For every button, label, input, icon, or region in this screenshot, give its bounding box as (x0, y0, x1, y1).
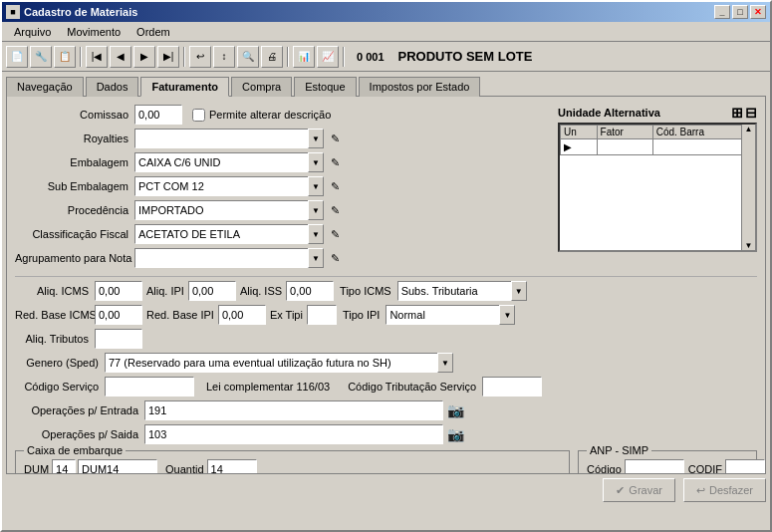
tipo-icms-input[interactable] (397, 281, 527, 301)
toolbar-last[interactable]: ▶| (157, 46, 179, 68)
dum-value-input[interactable] (52, 459, 76, 474)
menu-arquivo[interactable]: Arquivo (6, 24, 59, 40)
toolbar-copy[interactable]: 📋 (54, 46, 76, 68)
toolbar-new[interactable]: 📄 (6, 46, 28, 68)
toolbar-print[interactable]: 🖨 (261, 46, 283, 68)
tab-compra[interactable]: Compra (231, 77, 292, 97)
ex-tipi-label: Ex Tipi (270, 309, 303, 321)
aliq-ipi-input[interactable] (188, 281, 236, 301)
royalties-edit-icon[interactable]: ✎ (327, 131, 343, 146)
window-title: Cadastro de Materiais (24, 6, 137, 18)
sub-embalagem-dropdown-arrow[interactable]: ▼ (308, 176, 324, 196)
op-saida-input[interactable] (144, 424, 443, 444)
sub-embalagem-input[interactable] (134, 176, 324, 196)
cod-servico-input[interactable] (105, 377, 194, 397)
aliq-row3: Aliq. Tributos (15, 329, 757, 349)
class-fiscal-input[interactable] (134, 224, 324, 244)
red-base-ipi-label: Red. Base IPI (146, 309, 214, 321)
agrupamento-label: Agrupamento para Nota (15, 252, 134, 264)
sub-embalagem-edit-icon[interactable]: ✎ (327, 178, 343, 194)
aliq-tributos-label: Aliq. Tributos (15, 333, 95, 345)
genero-label: Genero (Sped) (15, 357, 105, 369)
royalties-input[interactable] (134, 129, 324, 148)
procedencia-input[interactable] (134, 200, 324, 220)
aliq-tributos-input[interactable] (95, 329, 142, 349)
toolbar-search[interactable]: 🔍 (237, 46, 259, 68)
royalties-dropdown-arrow[interactable]: ▼ (308, 129, 324, 148)
menu-ordem[interactable]: Ordem (129, 24, 178, 40)
agrupamento-input[interactable] (134, 248, 324, 268)
embalagem-dropdown-wrapper: ▼ (134, 152, 324, 172)
procedencia-edit-icon[interactable]: ✎ (327, 202, 343, 218)
tipo-ipi-input[interactable] (386, 305, 515, 325)
toolbar-sep2 (183, 47, 185, 67)
scroll-up[interactable]: ▲ (742, 125, 755, 133)
gravar-check-icon: ✔ (616, 484, 625, 497)
gravar-button[interactable]: ✔ Gravar (603, 478, 675, 502)
embalagem-input[interactable] (134, 152, 324, 172)
quantid-input[interactable] (207, 459, 257, 474)
aliq-ipi-label: Aliq. IPI (146, 285, 184, 297)
cod-trib-input[interactable] (482, 377, 542, 397)
toolbar-first[interactable]: |◀ (86, 46, 108, 68)
codigo-input[interactable] (625, 459, 684, 474)
toolbar-next[interactable]: ▶ (133, 46, 155, 68)
agrupamento-dropdown-arrow[interactable]: ▼ (308, 248, 324, 268)
footer: ✔ Gravar ↩ Desfazer (2, 474, 770, 506)
embalagem-edit-icon[interactable]: ✎ (327, 154, 343, 170)
procedencia-label: Procedência (15, 204, 134, 216)
scroll-down[interactable]: ▼ (742, 241, 755, 250)
toolbar-edit[interactable]: 🔧 (30, 46, 52, 68)
cod-servico-row: Código Serviço Lei complementar 116/03 C… (15, 377, 757, 397)
dum14-input[interactable] (78, 459, 157, 474)
unid-alt-add-icon[interactable]: ⊞ (731, 105, 743, 121)
op-entrada-input[interactable] (144, 400, 443, 420)
aliq-iss-input[interactable] (286, 281, 334, 301)
tab-dados[interactable]: Dados (86, 77, 139, 97)
toolbar-undo[interactable]: ↩ (189, 46, 211, 68)
embalagem-dropdown-arrow[interactable]: ▼ (308, 152, 324, 172)
ex-tipi-input[interactable] (307, 305, 337, 325)
aliq-icms-label: Aliq. ICMS (15, 285, 95, 297)
tab-impostos[interactable]: Impostos por Estado (359, 77, 481, 97)
op-entrada-icon[interactable]: 📷 (447, 402, 464, 418)
tab-navegacao[interactable]: Navegação (6, 77, 84, 97)
toolbar-prev[interactable]: ◀ (110, 46, 131, 68)
tab-estoque[interactable]: Estoque (294, 77, 356, 97)
unid-alt-label: Unidade Alternativa (558, 107, 660, 119)
aliq-icms-input[interactable] (95, 281, 142, 301)
menu-movimento[interactable]: Movimento (59, 24, 129, 40)
genero-arrow[interactable]: ▼ (437, 353, 453, 373)
toolbar-sep1 (80, 47, 82, 67)
desfazer-button[interactable]: ↩ Desfazer (683, 478, 766, 502)
tipo-icms-arrow[interactable]: ▼ (511, 281, 527, 301)
toolbar-sort[interactable]: ↕ (213, 46, 235, 68)
codif-input[interactable] (725, 459, 765, 474)
tipo-ipi-arrow[interactable]: ▼ (499, 305, 515, 325)
genero-input[interactable] (105, 353, 453, 373)
permite-alterar-checkbox[interactable] (192, 109, 205, 122)
close-button[interactable]: ✕ (750, 5, 766, 19)
codigo-label: Código (587, 463, 622, 474)
op-entrada-label: Operações p/ Entrada (15, 404, 144, 416)
unid-alt-remove-icon[interactable]: ⊟ (745, 105, 757, 121)
class-fiscal-dropdown-arrow[interactable]: ▼ (308, 224, 324, 244)
red-base-ipi-input[interactable] (218, 305, 266, 325)
op-saida-icon[interactable]: 📷 (447, 426, 464, 442)
agrupamento-edit-icon[interactable]: ✎ (327, 250, 343, 266)
minimize-button[interactable]: _ (714, 5, 730, 19)
unid-alt-scrollbar[interactable]: ▲ ▼ (741, 125, 755, 250)
tab-faturamento[interactable]: Faturamento (140, 77, 229, 97)
comissao-input[interactable] (134, 105, 182, 125)
anp-simp-group: ANP - SIMP Código CODIF (578, 450, 757, 474)
tipo-ipi-wrapper: ▼ (386, 305, 515, 325)
procedencia-dropdown-arrow[interactable]: ▼ (308, 200, 324, 220)
red-base-icms-input[interactable] (95, 305, 142, 325)
toolbar-product-label: PRODUTO SEM LOTE (398, 49, 533, 64)
toolbar-img2[interactable]: 📈 (317, 46, 339, 68)
maximize-button[interactable]: □ (732, 5, 748, 19)
toolbar-img1[interactable]: 📊 (293, 46, 315, 68)
toolbar: 📄 🔧 📋 |◀ ◀ ▶ ▶| ↩ ↕ 🔍 🖨 📊 📈 0 001 PRODUT… (2, 42, 770, 72)
unid-alt-row-1[interactable]: ▶ (561, 139, 755, 155)
class-fiscal-edit-icon[interactable]: ✎ (327, 226, 343, 242)
